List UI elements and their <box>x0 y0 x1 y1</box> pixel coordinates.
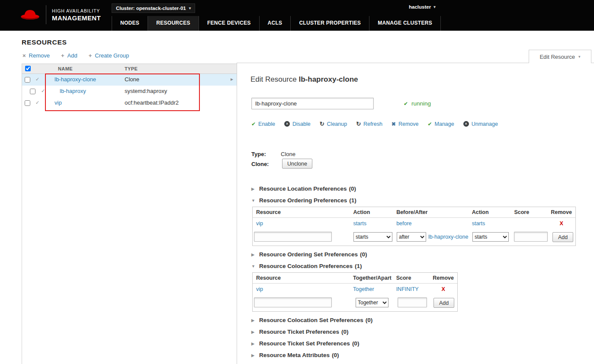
section-resource-ticket-preferences[interactable]: ▶ Resource Ticket Preferences (0) <box>251 326 578 338</box>
colocation-add-form: Together Add <box>253 295 457 311</box>
row-checkbox[interactable] <box>30 89 35 94</box>
section-title: Resource Colocation Set Preferences <box>259 317 363 323</box>
colocation-resource-link[interactable]: vip <box>253 286 350 292</box>
ordering-resource-link[interactable]: vip <box>253 220 350 227</box>
col-resource: Resource <box>253 275 350 281</box>
expand-right-icon: ▶ <box>251 330 256 334</box>
nav-tab-acls[interactable]: ACLS <box>259 16 291 31</box>
cleanup-label: Cleanup <box>327 121 347 127</box>
col-remove: Remove <box>429 275 457 281</box>
cluster-selector[interactable]: Cluster: openstack-cluster-01 ▾ <box>112 3 195 13</box>
add-resource-button[interactable]: + Add <box>61 52 77 59</box>
main-nav: NODES RESOURCES FENCE DEVICES ACLS CLUST… <box>112 16 441 31</box>
unclone-button[interactable]: Unclone <box>282 159 312 169</box>
plus-icon: + <box>89 52 92 59</box>
expand-right-icon: ▶ <box>251 342 256 346</box>
nav-tab-nodes[interactable]: NODES <box>112 16 148 31</box>
row-checkbox[interactable] <box>25 77 30 83</box>
section-title: Resource Ordering Set Preferences <box>259 251 358 258</box>
x-icon: × <box>22 52 26 59</box>
brand-line1: HIGH AVAILABILITY <box>52 8 101 13</box>
ordering-score-input[interactable] <box>514 232 548 242</box>
refresh-button[interactable]: ↻ Refresh <box>356 121 382 127</box>
section-resource-ticket-set-preferences[interactable]: ▶ Resource Ticket Set Preferences (0) <box>251 338 578 349</box>
resource-name-link[interactable]: lb-haproxy <box>60 88 86 94</box>
resource-list-header: NAME TYPE <box>22 64 237 74</box>
nav-tab-resources[interactable]: RESOURCES <box>148 16 199 31</box>
resource-actions: ✔ Enable ✕ Disable ↻ Cleanup ↻ Refresh ✖… <box>251 121 498 127</box>
col-together-apart: Together/Apart <box>350 275 393 281</box>
expand-right-icon: ▶ <box>251 353 256 358</box>
section-resource-ordering-preferences[interactable]: ▼ Resource Ordering Preferences (1) <box>251 195 578 206</box>
colocation-score-input[interactable] <box>398 297 427 307</box>
remove-label: Remove <box>398 121 419 127</box>
brand-line2: MANAGEMENT <box>52 14 101 22</box>
ordering-before-after-select[interactable]: after <box>397 232 426 242</box>
select-all-checkbox[interactable] <box>25 66 31 71</box>
colocation-together-select[interactable]: Together <box>356 298 389 307</box>
section-title: Resource Location Preferences <box>259 185 347 192</box>
pcsd-screen: HIGH AVAILABILITY MANAGEMENT Cluster: op… <box>0 0 594 364</box>
expand-right-icon: ▶ <box>251 252 256 257</box>
edit-resource-tab[interactable]: Edit Resource ▾ <box>529 50 591 63</box>
detail-resource-name: lb-haproxy-clone <box>299 75 358 83</box>
expand-down-icon: ▼ <box>251 264 256 268</box>
resource-type: ocf:heartbeat:IPaddr2 <box>125 99 179 106</box>
ordering-action1-select[interactable]: starts <box>353 232 392 242</box>
table-row-lb-haproxy[interactable]: ✓ lb-haproxy systemd:haproxy <box>22 86 237 97</box>
manage-button[interactable]: ✔ Manage <box>427 121 454 127</box>
cleanup-button[interactable]: ↻ Cleanup <box>320 121 347 127</box>
brand-divider <box>46 5 46 24</box>
colocation-remove-x[interactable]: X <box>429 286 457 292</box>
brand: HIGH AVAILABILITY MANAGEMENT <box>20 5 101 24</box>
ordering-add-button[interactable]: Add <box>552 232 573 242</box>
resource-status: ✔ running <box>404 100 431 107</box>
table-row-lb-haproxy-clone[interactable]: ✓ lb-haproxy-clone Clone ▸ <box>22 74 237 86</box>
col-resource: Resource <box>253 209 350 215</box>
section-count: (0) <box>341 329 349 335</box>
nav-tab-cluster-properties[interactable]: CLUSTER PROPERTIES <box>290 16 369 31</box>
section-resource-colocation-set-preferences[interactable]: ▶ Resource Colocation Set Preferences (0… <box>251 314 578 326</box>
ordering-remove-x[interactable]: X <box>547 220 575 227</box>
detail-title-prefix: Edit Resource <box>250 75 297 83</box>
create-group-label: Create Group <box>95 52 129 59</box>
ordering-action2-select[interactable]: starts <box>472 232 509 242</box>
redhat-logo-icon <box>20 6 40 23</box>
ordering-add-form: starts after lb-haproxy-clone starts Add <box>253 229 575 246</box>
section-count: (0) <box>349 185 356 192</box>
unmanage-button[interactable]: ✕ Unmanage <box>463 121 498 127</box>
section-count: (1) <box>355 263 362 269</box>
section-resource-location-preferences[interactable]: ▶ Resource Location Preferences (0) <box>251 183 578 195</box>
disable-button[interactable]: ✕ Disable <box>284 121 311 127</box>
col-score: Score <box>393 275 430 281</box>
nav-tab-fence-devices[interactable]: FENCE DEVICES <box>199 16 259 31</box>
create-group-button[interactable]: + Create Group <box>89 52 129 59</box>
user-menu[interactable]: hacluster ▾ <box>409 4 436 10</box>
resource-name-input[interactable] <box>251 98 374 109</box>
remove-button[interactable]: ✖ Remove <box>392 121 419 127</box>
ordering-resource-input[interactable] <box>254 232 332 242</box>
colocation-resource-input[interactable] <box>254 297 332 307</box>
col-action: Action <box>350 209 393 215</box>
remove-resource-button[interactable]: × Remove <box>22 52 50 59</box>
row-checkbox[interactable] <box>25 100 30 106</box>
table-row-vip[interactable]: ✓ vip ocf:heartbeat:IPaddr2 <box>22 97 237 109</box>
enable-button[interactable]: ✔ Enable <box>251 121 275 127</box>
user-menu-label: hacluster <box>409 4 431 10</box>
colocation-preference-row: vip Together INFINITY X <box>253 284 457 295</box>
section-title: Resource Meta Attributes <box>259 352 330 358</box>
colocation-add-button[interactable]: Add <box>433 298 454 308</box>
section-count: (0) <box>352 340 360 347</box>
col-remove: Remove <box>547 209 575 215</box>
preference-sections: ▶ Resource Location Preferences (0) ▼ Re… <box>251 183 578 361</box>
check-icon: ✔ <box>427 121 432 127</box>
section-resource-ordering-set-preferences[interactable]: ▶ Resource Ordering Set Preferences (0) <box>251 249 578 260</box>
resource-name-link[interactable]: lb-haproxy-clone <box>55 76 96 83</box>
ordering-preference-row: vip starts before starts X <box>253 218 575 229</box>
plus-icon: + <box>61 52 64 59</box>
status-text: running <box>411 100 431 107</box>
nav-tab-manage-clusters[interactable]: MANAGE CLUSTERS <box>369 16 441 31</box>
resource-name-link[interactable]: vip <box>55 99 62 106</box>
section-resource-colocation-preferences[interactable]: ▼ Resource Colocation Preferences (1) <box>251 260 578 272</box>
section-resource-meta-attributes[interactable]: ▶ Resource Meta Attributes (0) <box>251 349 578 361</box>
